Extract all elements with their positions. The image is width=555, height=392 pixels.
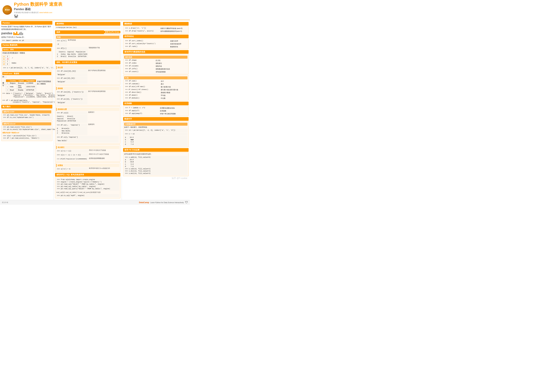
basic-desc-3: 获取数据框基本信息 (155, 68, 187, 70)
apply-desc-1: 应用函数 (159, 110, 187, 112)
footer-right: DataCamp Learn Python for Data Science I… (139, 201, 188, 204)
sum-desc-1: 累计 (160, 83, 187, 85)
labelpos-box: 按标签/位置 >>> df.ix[2] Country Brazil Capit… (55, 106, 120, 144)
basic-info-header: 基本信息 (124, 56, 188, 59)
bool-row-3: >>> df[df['Population']>1200000000] 使用筛选… (56, 157, 119, 161)
table-row: >>> df.info() 获取数据框基本信息 (124, 68, 187, 70)
table-row: c 7 (2, 60, 9, 63)
df-desc-row: 列 → (2, 76, 51, 78)
df-code-block: >>> data = {'Country': ['Belgium', 'Indi… (2, 93, 51, 103)
labelpos-row-3: >>> df.ix[1,'Capital'] 'New Delhi' (56, 135, 119, 143)
label-box: 按标签 >>> df.loc[[0], ['Country']] 'Belgiu… (55, 86, 120, 106)
th-capital: Capital (17, 79, 25, 82)
fill-section-header: 使用 Fill 方法运算 (123, 148, 189, 152)
basic-code-1: >>> df.index (125, 62, 137, 64)
get-desc-2: 取数据框的子集 (89, 47, 119, 49)
tagline: 天善智能 商业智能与大数据社区 www.hellobi.com (14, 11, 52, 14)
bool-row-2: >>> s[(s < -1) | (s > 2)] 序列 S 中小于-1或大于2… (56, 153, 119, 157)
sum-code-0: >>> df.sum() (125, 80, 137, 82)
table-row: >>> df.min()/df.max() 最小值/最大值 (124, 86, 187, 88)
header-titles: Python 数据科学 速查表 Pandas 基础 天善智能 商业智能与大数据社… (14, 1, 62, 19)
bar1 (13, 32, 15, 35)
bool-code-2: >>> s[(s < -1) | (s > 2)] (56, 153, 88, 157)
index-label-text: 索引 (2, 82, 4, 87)
bar4 (18, 34, 19, 35)
apply-code-1: >>> df.apply(f) (125, 110, 139, 112)
sum-code-6: >>> df.median() (125, 97, 139, 99)
series-val-c: 7 (6, 60, 9, 63)
get-code-1: >>> s['b'] (56, 39, 67, 43)
sub-title: Pandas 基础 (14, 7, 30, 11)
get-desc-1: 取序列的值 (68, 39, 119, 41)
get-header: 取值 (56, 36, 119, 39)
series-viz: a 3 b -5 c 7 d (2, 55, 51, 65)
basic-desc-2: 获取列名 (155, 65, 187, 67)
label-desc-1: 按行与列的名称选择某值 (88, 90, 119, 93)
index-label: Index (12, 62, 16, 64)
label-code-1: >>> df.loc[[0], ['Country']] (56, 91, 88, 94)
df-desc-text: 存储不同类型数据的二维数组 (37, 80, 51, 85)
summary-box: 汇总 >>> df.sum() 合计 >>> df.cumsum() 累计 >>… (123, 75, 189, 101)
csv-header: 读取/写入CSV (2, 110, 51, 113)
sum-code-1: >>> df.cumsum() (125, 83, 139, 85)
apply-desc-0: 应用匿名函数lambda (159, 107, 187, 109)
apply-table: >>> f = lambda x: x*2 应用匿名函数lambda >>> d… (124, 107, 188, 115)
apply-code-0: >>> f = lambda x: x*2 (125, 107, 145, 109)
tagline-link[interactable]: www.hellobi.com (39, 12, 52, 14)
labelpos-header: 按标签/位置 (56, 108, 119, 111)
pandas-icon: 🐼 (14, 14, 18, 19)
labelpos-code-3: >>> df.ix[1,'Capital'] (56, 136, 119, 139)
table-row: >>> df.count() 非Na值的数量 (124, 71, 187, 73)
pos-code-2: >>> df.iat([0],[0]) (56, 77, 88, 80)
pandas-logo-bars (13, 32, 23, 35)
idx-0: 0 (6, 82, 9, 85)
table-row: >>> s.drop(['a', 'c']) 按索引引删除序列的值 (axis=… (124, 27, 187, 30)
delete-box: >>> s.drop(['a', 'c']) 按索引引删除序列的值 (axis=… (123, 26, 189, 34)
basic-code-0: >>> df.shape (125, 59, 137, 61)
set-header: 设置值 (56, 164, 119, 167)
th-idx (6, 79, 9, 82)
basic-code-2: >>> df.columns (125, 65, 139, 67)
summary-table: >>> df.sum() 合计 >>> df.cumsum() 累计 >>> d… (124, 80, 188, 100)
align-code-2: >>> s + s3 (124, 132, 188, 136)
sort-code-1: >>> df.sort_index() (125, 40, 143, 42)
table-row: 1 India New Delhi 1303171035 (6, 85, 36, 89)
bool-desc-2: 序列 S 中小于-1或大于2的值 (89, 153, 119, 155)
excel-multi-code: >>> xlsx = pd.ExcelFile('file.xls') >>> … (2, 134, 51, 140)
bool-code-3: >>> df[df['Population']>1200000000] (56, 157, 88, 161)
get-box: 取值 >>> s['b'] -5 取序列的值 >>> df[1:] Countr… (55, 34, 120, 60)
sql-note: read_sql()是 read_sql_table() 与 read_sql_… (56, 191, 119, 193)
table-row: a 3 (2, 55, 9, 58)
labelpos-desc-1: 选择某行 (88, 111, 119, 113)
sum-desc-3: 索引最小值以索引最大值 (160, 88, 187, 91)
delete-table: >>> s.drop(['a', 'c']) 按索引引删除序列的值 (axis=… (124, 27, 188, 33)
series-table: a 3 b -5 c 7 d (2, 55, 9, 65)
table-row: >>> df.index 获取索引 (124, 62, 187, 65)
delete-section-header: 删除数据 (123, 22, 189, 26)
import-code: >>> import pandas as pd (1, 39, 52, 42)
sort-desc-3: 数据框排名 (170, 45, 187, 48)
basic-info-table: >>> df.shape (行,列) >>> df.index 获取索引 >>>… (124, 59, 188, 73)
align-result: a 10.0 b NaN c 5.0 d 7.0 (124, 136, 188, 146)
capital-2: Brasilia (17, 89, 25, 91)
series-index-a: a (2, 55, 6, 58)
sum-desc-2: 最小值/最大值 (160, 86, 187, 88)
label-code-2: >>> df.at([0], ['Country']) (56, 98, 88, 101)
align-code-1: >>> s3 = pd.Series([7, -2, 3], index=['a… (124, 129, 188, 132)
bar7 (22, 33, 23, 35)
pos-row-1: >>> df.iloc[[0],[0]] 'Belgium' >>> df.ia… (56, 69, 119, 84)
sql-box: >>> from sqlalchemy import create_engine… (55, 177, 120, 198)
get-table: Country Capital Population 1 India New D… (56, 50, 88, 58)
fill-note: 还可以使用 Fill 方法进行内部对齐运算： (124, 153, 188, 155)
sum-code-5: >>> df.mean() (125, 94, 138, 96)
series-val-b: -5 (6, 58, 9, 60)
table-row: d 4 (2, 63, 9, 65)
labelpos-row-1: >>> df.ix[2] Country Brazil Capital Bras… (56, 111, 119, 123)
bool-box: 布尔索引 >>> s[~(s > 1)] 序列 S 中没有大于1的值 >>> s… (55, 144, 120, 162)
set-box: 设置值 >>> s['a'] = 6 将序列S中索引为 a 的值设为6 (55, 163, 120, 172)
table-row: >>> f = lambda x: x*2 应用匿名函数lambda (124, 107, 187, 109)
index-label-wrap: 索引 ↓ (2, 82, 5, 87)
table-row: >>> df.drop('Country', axis=1) 按列名删除数据框的… (124, 30, 187, 33)
capital-0: Brussels (17, 82, 25, 85)
series-index-c: c (2, 60, 6, 63)
